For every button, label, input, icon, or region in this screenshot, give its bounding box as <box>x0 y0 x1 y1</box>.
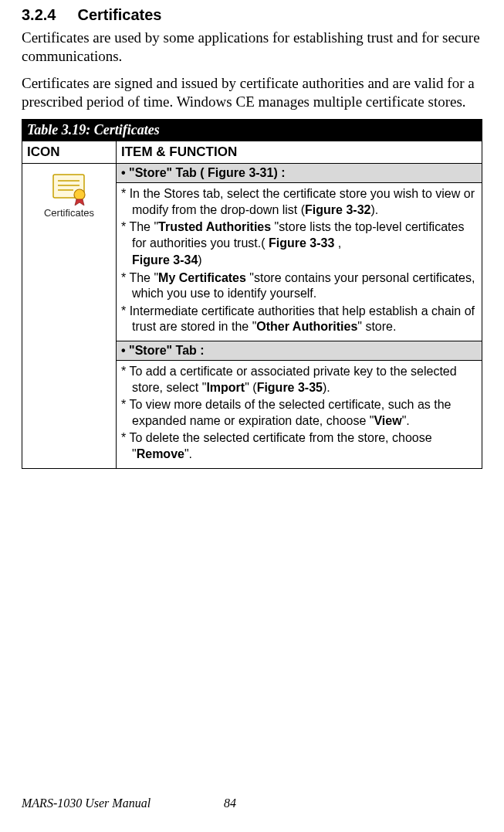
list-item: Figure 3-34) <box>121 253 477 268</box>
section-title: Certificates <box>77 6 161 23</box>
icon-label: Certificates <box>25 207 113 219</box>
list-item: * To delete the selected certificate fro… <box>121 430 477 462</box>
section-heading: 3.2.4Certificates <box>22 6 482 24</box>
list-item: * The "My Certificates "store contains y… <box>121 270 477 302</box>
list-item: * The "Trusted Authorities "store lists … <box>121 219 477 251</box>
svg-point-4 <box>74 189 85 200</box>
subheader-store-tab-2: • "Store" Tab : <box>117 341 482 361</box>
store-tab-1-body: * In the Stores tab, select the certific… <box>117 183 482 341</box>
column-header-item: ITEM & FUNCTION <box>117 141 482 164</box>
certificates-table: Table 3.19: Certificates ICON ITEM & FUN… <box>22 119 482 469</box>
section-number: 3.2.4 <box>22 6 56 23</box>
list-item: * To add a certificate or associated pri… <box>121 364 477 396</box>
subheader-store-tab-1: • "Store" Tab ( Figure 3-31) : <box>117 164 482 183</box>
column-header-icon: ICON <box>22 141 117 164</box>
certificate-icon <box>49 171 90 205</box>
manual-title: MARS-1030 User Manual <box>22 796 151 810</box>
intro-paragraph-2: Certificates are signed and issued by ce… <box>22 74 482 112</box>
icon-cell: Certificates <box>22 164 117 469</box>
table-title: Table 3.19: Certificates <box>22 120 482 141</box>
list-item: * In the Stores tab, select the certific… <box>121 186 477 218</box>
page-number: 84 <box>224 796 236 810</box>
page-footer: MARS-1030 User Manual 84 <box>22 796 151 810</box>
list-item: * Intermediate certificate authorities t… <box>121 304 477 335</box>
list-item: * To view more details of the selected c… <box>121 397 477 429</box>
store-tab-2-body: * To add a certificate or associated pri… <box>117 361 482 469</box>
intro-paragraph-1: Certificates are used by some applicatio… <box>22 29 482 66</box>
